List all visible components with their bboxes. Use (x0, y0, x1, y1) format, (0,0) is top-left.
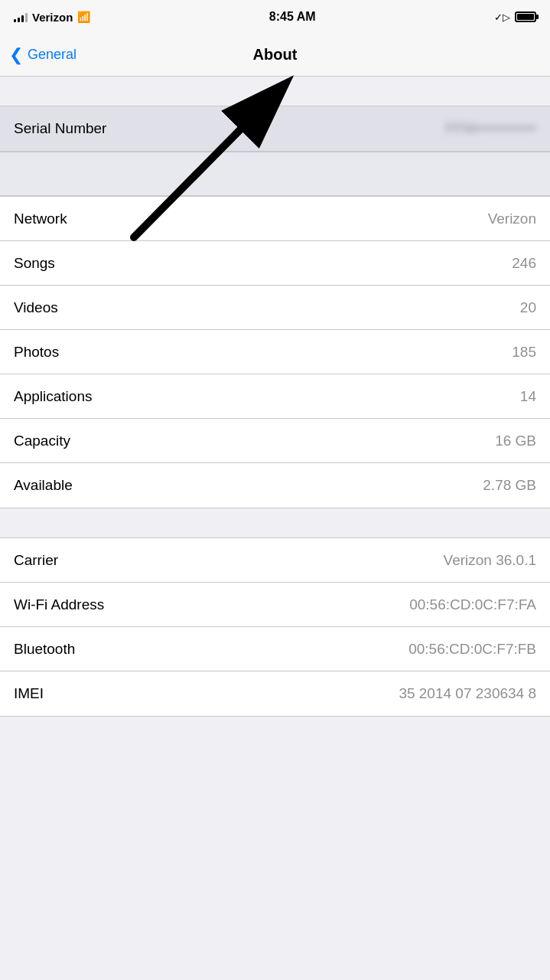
network-label: Network (14, 211, 67, 227)
status-right: ✓▷ (494, 11, 536, 23)
available-row: Available 2.78 GB (0, 463, 550, 508)
bluetooth-label: Bluetooth (14, 641, 75, 658)
network-value: Verizon (488, 211, 536, 227)
location-icon: ✓▷ (494, 11, 510, 23)
available-label: Available (14, 477, 73, 494)
carrier-label: Carrier (14, 552, 58, 569)
page-title: About (253, 46, 298, 64)
wifi-address-row: Wi-Fi Address 00:56:CD:0C:F7:FA (0, 583, 550, 627)
bluetooth-value: 00:56:CD:0C:F7:FB (408, 641, 536, 658)
videos-label: Videos (14, 299, 58, 316)
carrier-row: Carrier Verizon 36.0.1 (0, 538, 550, 583)
nav-bar: ❮ General About (0, 34, 550, 77)
serial-number-value: FFM•••••••••••• (445, 120, 536, 137)
highlighted-gap-row (0, 152, 550, 196)
songs-row: Songs 246 (0, 241, 550, 286)
capacity-row: Capacity 16 GB (0, 419, 550, 463)
group-serial: Serial Number FFM•••••••••••• (0, 106, 550, 152)
back-label: General (28, 47, 76, 63)
section-gap-middle (0, 508, 550, 537)
imei-value: 35 2014 07 230634 8 (399, 685, 536, 702)
group-device-info: Network Verizon Songs 246 Videos 20 Phot… (0, 196, 550, 508)
photos-label: Photos (14, 344, 59, 361)
back-chevron-icon: ❮ (9, 47, 23, 64)
applications-label: Applications (14, 388, 92, 405)
network-row: Network Verizon (0, 197, 550, 241)
photos-row: Photos 185 (0, 330, 550, 374)
available-value: 2.78 GB (483, 477, 536, 494)
serial-number-row: Serial Number FFM•••••••••••• (0, 106, 550, 151)
songs-value: 246 (512, 255, 536, 272)
wifi-icon: 📶 (77, 11, 90, 23)
photos-value: 185 (512, 344, 536, 361)
group-network-info: Carrier Verizon 36.0.1 Wi-Fi Address 00:… (0, 537, 550, 717)
videos-value: 20 (520, 299, 536, 316)
status-bar: Verizon 📶 8:45 AM ✓▷ (0, 0, 550, 34)
status-left: Verizon 📶 (14, 11, 90, 24)
imei-row: IMEI 35 2014 07 230634 8 (0, 671, 550, 716)
battery-icon (515, 11, 536, 22)
section-gap-top (0, 77, 550, 106)
applications-value: 14 (520, 388, 536, 405)
signal-bars-icon (14, 11, 28, 22)
carrier-label: Verizon (32, 11, 73, 24)
songs-label: Songs (14, 255, 55, 272)
wifi-address-label: Wi-Fi Address (14, 596, 104, 613)
carrier-value: Verizon 36.0.1 (444, 552, 536, 569)
videos-row: Videos 20 (0, 286, 550, 330)
capacity-value: 16 GB (495, 433, 536, 449)
status-time: 8:45 AM (269, 10, 316, 24)
imei-label: IMEI (14, 685, 44, 702)
capacity-label: Capacity (14, 433, 70, 449)
serial-number-label: Serial Number (14, 120, 106, 137)
applications-row: Applications 14 (0, 374, 550, 419)
back-button[interactable]: ❮ General (9, 47, 76, 64)
bluetooth-row: Bluetooth 00:56:CD:0C:F7:FB (0, 627, 550, 671)
wifi-address-value: 00:56:CD:0C:F7:FA (409, 596, 536, 613)
